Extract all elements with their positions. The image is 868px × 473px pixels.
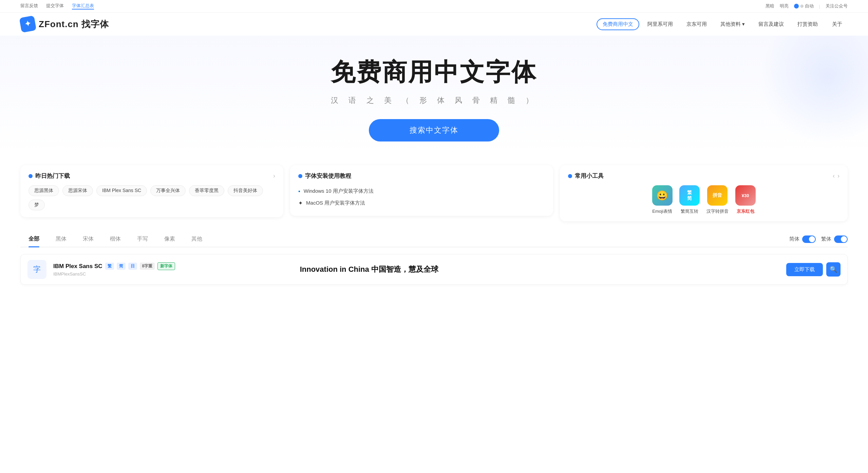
font-tabs: 全部 黑体 宋体 楷体 手写 像素 其他 简体 繁体 <box>20 231 848 247</box>
logo[interactable]: ✦ ZFont.cn 找字体 <box>20 17 109 32</box>
badge-charweight: 8字重 <box>140 263 155 270</box>
tab-handwrite[interactable]: 手写 <box>129 231 156 247</box>
tag-xiangcui[interactable]: 香萃零度黑 <box>189 185 224 196</box>
simp-label: 简体 <box>789 236 799 242</box>
hot-downloads-arrow-icon[interactable]: › <box>273 172 275 179</box>
main-nav: ✦ ZFont.cn 找字体 免费商用中文 阿里系可用 京东可用 其他资料 ▾ … <box>0 13 868 36</box>
nav-links: 免费商用中文 阿里系可用 京东可用 其他资料 ▾ 留言及建议 打赏资助 关于 <box>597 18 848 30</box>
hero-subtitle: 汉 语 之 美 （ 形 体 风 骨 精 髓 ） <box>7 95 861 106</box>
tool-convert-label: 繁简互转 <box>681 208 698 214</box>
top-bar-left: 留言反馈 提交字体 字体汇总表 <box>20 3 94 10</box>
section-row: 昨日热门下载 › 思源黑体 思源宋体 IBM Plex Sans SC 万事全兴… <box>0 155 868 231</box>
font-card: 字 IBM Plex Sans SC 繁 简 日 8字重 新字体 IBMPlex… <box>20 254 848 285</box>
tool-pinyin[interactable]: 拼音 汉字转拼音 <box>706 185 729 214</box>
hot-downloads-card: 昨日热门下载 › 思源黑体 思源宋体 IBM Plex Sans SC 万事全兴… <box>20 165 283 217</box>
tag-siyuan-song[interactable]: 思源宋体 <box>62 185 93 196</box>
tools-card: 常用小工具 ‹ › 😀 Emoji表情 繁简 繁简互转 拼音 汉字转拼音 ¥30… <box>560 165 848 221</box>
tab-hei[interactable]: 黑体 <box>48 231 75 247</box>
theme-auto[interactable]: ⊙ 自动 <box>794 3 814 9</box>
tool-convert[interactable]: 繁简 繁简互转 <box>679 185 700 214</box>
nav-jd[interactable]: 京东可用 <box>681 19 712 30</box>
tag-siyuan-hei[interactable]: 思源黑体 <box>29 185 59 196</box>
badge-trad: 繁 <box>105 263 114 270</box>
tab-all[interactable]: 全部 <box>20 231 48 247</box>
logo-icon: ✦ <box>19 16 37 33</box>
tools-dot-icon <box>568 174 572 178</box>
trad-toggle-knob <box>841 236 847 242</box>
tab-song[interactable]: 宋体 <box>75 231 102 247</box>
tool-jd[interactable]: ¥30 京东红包 <box>735 185 756 214</box>
tag-douyin[interactable]: 抖音美好体 <box>228 185 263 196</box>
font-card-sub: IBMPlexSansSC <box>53 271 293 277</box>
font-tab-controls: 简体 繁体 <box>789 235 848 243</box>
pinyin-icon: 拼音 <box>707 185 728 206</box>
top-bar-right: 黑暗 明亮 ⊙ 自动 | 关注公众号 <box>766 3 848 9</box>
tag-ibm-plex[interactable]: IBM Plex Sans SC <box>96 185 147 196</box>
font-card-info: IBM Plex Sans SC 繁 简 日 8字重 新字体 IBMPlexSa… <box>53 262 293 277</box>
tools-arrow-left-icon[interactable]: ‹ <box>833 172 835 179</box>
font-card-actions: 立即下载 🔍 <box>786 262 841 277</box>
follow-account[interactable]: 关注公众号 <box>826 3 848 9</box>
trad-toggle[interactable] <box>834 235 848 243</box>
apple-icon: ✦ <box>298 200 303 206</box>
download-button[interactable]: 立即下载 <box>786 263 823 276</box>
windows-icon: ▪ <box>298 188 300 194</box>
simp-toggle-group: 简体 <box>789 235 816 243</box>
top-bar: 留言反馈 提交字体 字体汇总表 黑暗 明亮 ⊙ 自动 | 关注公众号 <box>0 0 868 13</box>
tools-nav-arrows: ‹ › <box>833 172 839 179</box>
tutorials-dot-icon <box>298 174 302 178</box>
hero-bg-circle <box>759 36 868 144</box>
dropdown-arrow-icon: ▾ <box>742 21 745 27</box>
theme-dark[interactable]: 黑暗 <box>766 3 774 9</box>
nav-alibaba[interactable]: 阿里系可用 <box>642 19 678 30</box>
nav-free-commercial[interactable]: 免费商用中文 <box>597 18 639 30</box>
tutorial-windows[interactable]: ▪ Windows 10 用户安装字体方法 <box>298 185 545 197</box>
tutorials-header: 字体安装使用教程 <box>298 172 545 180</box>
topbar-feedback[interactable]: 留言反馈 <box>20 3 38 10</box>
tools-grid: 😀 Emoji表情 繁简 繁简互转 拼音 汉字转拼音 ¥30 京东红包 <box>568 185 839 214</box>
font-search-icon-button[interactable]: 🔍 <box>826 262 841 277</box>
hot-downloads-title: 昨日热门下载 <box>35 172 70 180</box>
hot-downloads-tags: 思源黑体 思源宋体 IBM Plex Sans SC 万事全兴体 香萃零度黑 抖… <box>29 185 275 210</box>
nav-donate[interactable]: 打赏资助 <box>792 19 824 30</box>
tab-kai[interactable]: 楷体 <box>102 231 129 247</box>
trad-toggle-group: 繁体 <box>821 235 848 243</box>
tool-jd-label: 京东红包 <box>737 208 754 214</box>
tag-meng[interactable]: 梦 <box>29 200 45 210</box>
emoji-icon: 😀 <box>652 185 673 206</box>
tutorials-card: 字体安装使用教程 ▪ Windows 10 用户安装字体方法 ✦ MacOS 用… <box>290 165 553 216</box>
convert-icon: 繁简 <box>679 185 700 206</box>
font-card-type-icon: 字 <box>27 260 46 279</box>
tool-emoji[interactable]: 😀 Emoji表情 <box>652 185 673 214</box>
tools-title: 常用小工具 <box>575 172 604 180</box>
font-card-preview: Innovation in China 中国智造，慧及全球 <box>300 265 779 275</box>
hero-section: 免费商用中文字体 汉 语 之 美 （ 形 体 风 骨 精 髓 ） 搜索中文字体 <box>0 36 868 155</box>
tutorial-macos[interactable]: ✦ MacOS 用户安装字体方法 <box>298 197 545 209</box>
nav-other[interactable]: 其他资料 ▾ <box>715 19 750 30</box>
theme-light[interactable]: 明亮 <box>780 3 789 9</box>
topbar-summary[interactable]: 字体汇总表 <box>72 3 94 10</box>
topbar-submit[interactable]: 提交字体 <box>46 3 64 10</box>
badge-simp: 简 <box>117 263 126 270</box>
auto-dot-icon <box>794 4 799 8</box>
logo-text: ZFont.cn 找字体 <box>39 18 109 30</box>
tab-other[interactable]: 其他 <box>183 231 210 247</box>
simp-toggle[interactable] <box>802 235 816 243</box>
nav-about[interactable]: 关于 <box>827 19 848 30</box>
tools-header: 常用小工具 ‹ › <box>568 172 839 180</box>
hero-title: 免费商用中文字体 <box>7 56 861 89</box>
badge-new: 新字体 <box>157 262 175 270</box>
font-card-name: IBM Plex Sans SC <box>53 263 102 270</box>
tab-pixel[interactable]: 像素 <box>156 231 183 247</box>
trad-label: 繁体 <box>821 236 831 242</box>
hero-search-button[interactable]: 搜索中文字体 <box>369 119 499 141</box>
simp-toggle-knob <box>809 236 815 242</box>
font-card-name-row: IBM Plex Sans SC 繁 简 日 8字重 新字体 <box>53 262 293 270</box>
nav-feedback[interactable]: 留言及建议 <box>753 19 789 30</box>
tutorials-title: 字体安装使用教程 <box>305 172 351 180</box>
section-dot-icon <box>29 174 33 178</box>
jd-icon: ¥30 <box>735 185 756 206</box>
tool-emoji-label: Emoji表情 <box>652 208 672 214</box>
tools-arrow-right-icon[interactable]: › <box>837 172 839 179</box>
tag-wanshi[interactable]: 万事全兴体 <box>150 185 186 196</box>
